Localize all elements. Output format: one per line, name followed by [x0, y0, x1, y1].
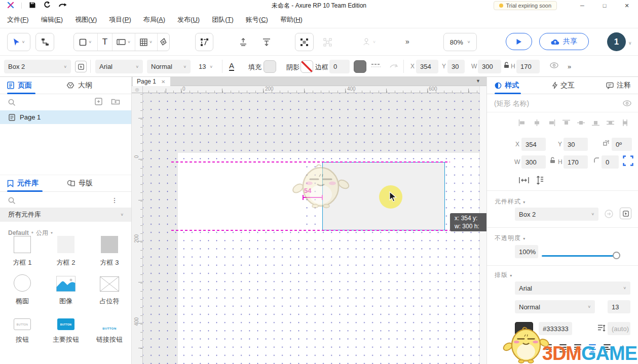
group-button[interactable]	[295, 33, 314, 51]
menu-item-U[interactable]: 发布(U)	[177, 15, 200, 24]
propbar-overflow-button[interactable]: »	[568, 63, 570, 70]
distribute-button[interactable]	[257, 33, 276, 51]
x-input[interactable]: 354	[416, 60, 438, 73]
rectangle-tool-button[interactable]: ∨	[74, 33, 98, 51]
widget-box3[interactable]: 方框 3	[88, 234, 131, 272]
widget-placeholder[interactable]: 占位符	[88, 272, 131, 311]
style-picker-button[interactable]	[75, 61, 87, 72]
widget-style-select[interactable]: Box 2∨	[4, 60, 71, 73]
add-page-button[interactable]	[94, 98, 103, 107]
widget-style-header[interactable]: 元件样式 ▾	[495, 197, 526, 206]
y-input[interactable]: 30	[447, 60, 465, 73]
add-folder-button[interactable]	[111, 98, 120, 107]
account-avatar[interactable]: 1	[607, 32, 626, 51]
opacity-slider-handle[interactable]	[613, 252, 620, 259]
trial-badge[interactable]: Trial expiring soon	[494, 1, 557, 10]
tab-pages[interactable]: 页面	[7, 81, 32, 90]
account-chevron-icon[interactable]: ∨	[628, 41, 632, 46]
save-icon[interactable]	[29, 2, 36, 10]
tab-interactions[interactable]: 交互	[552, 81, 575, 90]
tab-list-chevron-icon[interactable]: ▼	[476, 78, 480, 84]
visibility-button[interactable]	[550, 62, 558, 70]
connector-tool-button[interactable]	[35, 33, 54, 51]
lock-ratio-button[interactable]	[504, 62, 509, 70]
menu-item-A[interactable]: 布局(A)	[143, 15, 165, 24]
border-color-swatch[interactable]	[354, 60, 366, 73]
shape-name-input[interactable]: (矩形 名称)	[494, 99, 529, 108]
widget-h3[interactable]: H3	[88, 349, 131, 364]
shadow-swatch[interactable]	[301, 60, 313, 73]
corner-select-button[interactable]	[623, 155, 633, 168]
menu-item-E[interactable]: 编辑(E)	[41, 15, 63, 24]
widget-box2[interactable]: 方框 2	[44, 234, 88, 272]
menu-item-C[interactable]: 账号(C)	[246, 15, 268, 24]
font-weight-select[interactable]: Normal∨	[147, 60, 191, 73]
font-color-button[interactable]: A	[229, 61, 234, 71]
undo-icon[interactable]	[43, 1, 51, 10]
widget-ellipse[interactable]: 椭圆	[1, 272, 44, 311]
visibility-toggle[interactable]	[623, 100, 631, 108]
rotate-icon[interactable]	[603, 139, 610, 148]
h-input[interactable]: 170	[564, 155, 588, 169]
widget-image[interactable]: 图像	[44, 272, 88, 311]
widget-button[interactable]: BUTTON按钮	[1, 311, 44, 349]
lock-ratio-icon[interactable]	[550, 157, 555, 165]
textfield-tool-button[interactable]: ∨	[112, 33, 135, 51]
fit-width-icon[interactable]	[518, 176, 530, 186]
widget-h2[interactable]: H2	[44, 349, 88, 364]
menu-item-P[interactable]: 项目(P)	[109, 15, 131, 24]
h-input[interactable]: 170	[516, 60, 540, 73]
close-button[interactable]: ✕	[616, 0, 638, 11]
zoom-select[interactable]: 80%∨	[443, 33, 477, 51]
corner-radius-input[interactable]: 0	[602, 155, 619, 169]
rotation-input[interactable]: 0º	[612, 138, 632, 151]
canvas-tab-page1[interactable]: Page 1✕	[133, 77, 170, 86]
font-family-select[interactable]: Arial∨	[95, 60, 143, 73]
preview-button[interactable]	[506, 33, 532, 50]
page-list-item[interactable]: Page 1	[0, 110, 131, 124]
tab-style[interactable]: 样式	[495, 81, 519, 90]
tab-widget-library[interactable]: 元件库	[7, 179, 39, 188]
minimize-button[interactable]: ─	[571, 0, 593, 11]
menu-item-H[interactable]: 帮助(H)	[280, 15, 303, 24]
opacity-slider[interactable]	[542, 255, 617, 257]
tab-masters[interactable]: 母版	[67, 179, 93, 188]
menu-item-T[interactable]: 团队(T)	[212, 15, 234, 24]
opacity-header[interactable]: 不透明度 ▾	[495, 234, 526, 242]
pen-tool-button[interactable]	[158, 33, 169, 51]
align-button[interactable]	[234, 33, 252, 51]
ruler-origin-button[interactable]: ◎	[132, 86, 143, 93]
close-tab-icon[interactable]: ✕	[161, 79, 165, 85]
search-icon[interactable]	[8, 197, 16, 205]
maximize-button[interactable]: □	[593, 0, 616, 11]
w-input[interactable]: 300	[478, 60, 501, 73]
redo-icon[interactable]	[58, 2, 67, 10]
font-size-input[interactable]: 13	[608, 300, 630, 313]
fill-color-swatch[interactable]	[264, 60, 276, 73]
font-weight-select[interactable]: Normal∨	[515, 300, 595, 313]
menu-item-V[interactable]: 视图(V)	[75, 15, 97, 24]
font-size-select[interactable]: 13∨	[195, 60, 217, 73]
widget-primary-button[interactable]: BUTTON主要按钮	[44, 311, 88, 349]
select-tool-button[interactable]: ∨	[7, 33, 30, 51]
canvas-viewport[interactable]: 54	[143, 93, 486, 364]
widget-link-button[interactable]: BUTTON链接按钮	[88, 311, 131, 349]
widget-h1[interactable]: H1	[1, 349, 44, 364]
toolbar-overflow-button[interactable]: »	[405, 37, 408, 46]
widget-box1[interactable]: 方框 1	[1, 234, 44, 272]
font-family-select[interactable]: Arial∨	[515, 281, 630, 295]
style-picker-button[interactable]	[620, 208, 631, 219]
w-input[interactable]: 300	[521, 155, 546, 169]
tab-notes[interactable]: 注释	[606, 81, 631, 90]
opacity-input[interactable]: 100%	[515, 245, 538, 258]
widget-style-select[interactable]: Box 2∨	[515, 208, 598, 221]
fit-height-icon[interactable]	[536, 175, 544, 187]
typography-header[interactable]: 排版 ▾	[495, 271, 512, 279]
border-style-button[interactable]	[371, 62, 381, 71]
text-tool-button[interactable]: T	[98, 33, 113, 51]
existing-box-shape[interactable]	[181, 162, 303, 230]
share-button[interactable]: 共享	[539, 33, 589, 50]
y-input[interactable]: 30	[564, 138, 588, 151]
menu-item-F[interactable]: 文件(F)	[7, 15, 29, 24]
tab-outline[interactable]: 大纲	[66, 81, 92, 90]
